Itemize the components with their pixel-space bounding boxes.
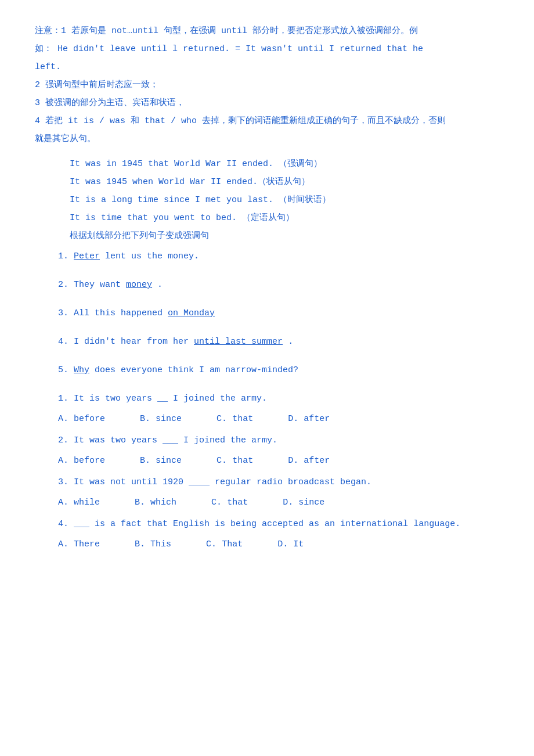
mcq-2-optC: C. that [217, 453, 253, 469]
exercise-1: 1. Peter lent us the money. [35, 249, 499, 264]
example-1: It was in 1945 that World War II ended. … [35, 156, 499, 172]
note-1-line1: 注意：1 若原句是 not…until 句型，在强调 until 部分时，要把否… [35, 23, 499, 39]
exercise-3-before: All this happened [74, 308, 168, 318]
exercise-5-after: does everyone think I am narrow-minded? [95, 365, 298, 375]
note-2: 2 强调句型中前后时态应一致； [35, 77, 499, 93]
exercise-2-number: 2. [58, 280, 68, 290]
mcq-4-text: ___ is a fact that English is being acce… [74, 519, 460, 529]
mcq-3-optC: C. that [211, 495, 248, 510]
note-1-example-line2: left. [35, 59, 499, 75]
example-4: It is time that you went to bed. （定语从句） [35, 210, 499, 226]
mcq-2-options: A. before B. since C. that D. after [35, 453, 499, 469]
example-2: It was 1945 when World War II ended.（状语从… [35, 174, 499, 190]
note-4-line2: 就是其它从句。 [35, 131, 499, 147]
mcq-3-optB: B. which [135, 495, 176, 510]
mcq-1-optB: B. since [140, 411, 182, 427]
mcq-3-optD: D. since [283, 495, 324, 510]
mcq-1-optD: D. after [288, 411, 330, 427]
mcq-2-optA: A. before [58, 453, 105, 469]
mcq-1-number: 1. [58, 394, 68, 404]
exercise-4-before: I didn't hear from her [74, 337, 194, 347]
note-3: 3 被强调的部分为主语、宾语和状语， [35, 95, 499, 111]
exercise-3: 3. All this happened on Monday [35, 305, 499, 321]
notes-section: 注意：1 若原句是 not…until 句型，在强调 until 部分时，要把否… [35, 23, 499, 147]
mcq-2-optD: D. after [288, 453, 330, 469]
mcq-4-optC: C. That [206, 537, 243, 552]
mcq-3-options: A. while B. which C. that D. since [35, 495, 499, 510]
mcq-3-question: 3. It was not until 1920 ____ regular ra… [35, 474, 499, 490]
exercise-5-underlined: Why [74, 365, 89, 375]
exercise-3-number: 3. [58, 308, 68, 318]
mcq-4-question: 4. ___ is a fact that English is being a… [35, 516, 499, 532]
exercise-title: 根据划线部分把下列句子变成强调句 [35, 228, 499, 244]
mcq-1-optC: C. that [217, 411, 253, 427]
mcq-2-text: It was two years ___ I joined the army. [74, 435, 277, 445]
exercise-2-after: . [157, 280, 163, 290]
mcq-1-optA: A. before [58, 411, 105, 427]
exercise-4-after: . [288, 337, 293, 347]
mcq-4-optA: A. There [58, 537, 100, 552]
mcq-3-number: 3. [58, 477, 68, 487]
exercise-4-number: 4. [58, 337, 68, 347]
exercise-5: 5. Why does everyone think I am narrow-m… [35, 362, 499, 378]
note-1-example-line1: 如： He didn't leave until l returned. = I… [35, 41, 499, 57]
exercise-1-after: lent us the money. [105, 251, 199, 261]
exercise-1-underlined: Peter [74, 251, 100, 261]
exercise-3-underlined: on Monday [168, 308, 215, 318]
exercise-5-number: 5. [58, 365, 68, 375]
mcq-2-number: 2. [58, 435, 68, 445]
mcq-4-optB: B. This [135, 537, 171, 552]
exercise-2-underlined: money [126, 280, 152, 290]
exercise-4: 4. I didn't hear from her until last sum… [35, 334, 499, 350]
exercise-1-number: 1. [58, 251, 68, 261]
mcq-4-options: A. There B. This C. That D. It [35, 537, 499, 552]
mcq-2-optB: B. since [140, 453, 182, 469]
mcq-1-options: A. before B. since C. that D. after [35, 411, 499, 427]
mcq-4-number: 4. [58, 519, 68, 529]
exercise-2-before: They want [74, 280, 126, 290]
exercise-2: 2. They want money . [35, 277, 499, 293]
note-4-line1: 4 若把 it is / was 和 that / who 去掉，剩下的词语能重… [35, 113, 499, 129]
examples-section: It was in 1945 that World War II ended. … [35, 156, 499, 226]
mcq-3-text: It was not until 1920 ____ regular radio… [74, 477, 371, 487]
mcq-3-optA: A. while [58, 495, 100, 510]
mcq-1-text: It is two years __ I joined the army. [74, 394, 267, 404]
mcq-4-optD: D. It [277, 537, 304, 552]
exercise-4-underlined: until last summer [194, 337, 283, 347]
mcq-2-question: 2. It was two years ___ I joined the arm… [35, 433, 499, 448]
example-3: It is a long time since I met you last. … [35, 192, 499, 208]
mcq-1-question: 1. It is two years __ I joined the army. [35, 391, 499, 406]
